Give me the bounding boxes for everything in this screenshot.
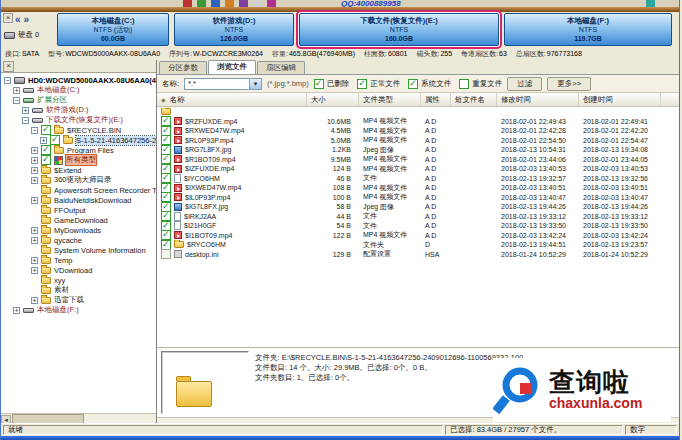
row-checkbox[interactable] bbox=[161, 154, 171, 164]
tree-item[interactable]: +BaiduNetdiskDownload bbox=[1, 195, 156, 205]
row-checkbox[interactable] bbox=[161, 249, 171, 259]
partition-block[interactable]: 软件游戏(D:)NTFS126.0GB bbox=[174, 13, 294, 46]
expand-toggle-icon[interactable]: + bbox=[31, 257, 38, 264]
file-row[interactable]: $IYCO6HM46 B文件A D2018-02-13 19:32:572018… bbox=[157, 174, 679, 184]
partition-block[interactable]: 下载文件(恢复文件)(E:)NTFS160.0GB bbox=[299, 13, 499, 46]
tree-item[interactable]: +S-1-5-21-4163647256-24 bbox=[1, 135, 156, 145]
row-checkbox[interactable] bbox=[161, 211, 171, 221]
expand-toggle-icon[interactable]: + bbox=[31, 177, 38, 184]
expand-toggle-icon[interactable]: + bbox=[31, 147, 38, 154]
column-header[interactable]: 修改时间 bbox=[497, 93, 579, 106]
row-checkbox[interactable] bbox=[161, 221, 171, 231]
tree-item[interactable]: +本地磁盘(C:) bbox=[1, 85, 156, 95]
row-checkbox[interactable] bbox=[161, 173, 171, 183]
tab-inactive[interactable]: 扇区编辑 bbox=[257, 61, 305, 74]
toolbar-icon[interactable] bbox=[646, 0, 655, 7]
tree-close-icon[interactable]: × bbox=[3, 61, 14, 72]
tree-checkbox[interactable] bbox=[41, 155, 51, 165]
tree-item[interactable]: +迅雷下载 bbox=[1, 295, 156, 305]
row-checkbox[interactable] bbox=[161, 145, 171, 155]
row-checkbox[interactable] bbox=[161, 202, 171, 212]
row-checkbox[interactable] bbox=[161, 164, 171, 174]
partition-block[interactable]: 本地磁盘(C:)NTFS (活动)60.0GB bbox=[57, 13, 169, 46]
filter-button[interactable]: 过滤 bbox=[507, 77, 542, 91]
expand-toggle-icon[interactable]: + bbox=[31, 297, 38, 304]
disk-prev-next-icons[interactable]: «» bbox=[15, 14, 32, 25]
expand-toggle-icon[interactable]: + bbox=[13, 87, 20, 94]
tree-item[interactable]: GameDownload bbox=[1, 215, 156, 225]
tree-item[interactable]: −HD0:WDCWD5000AAKX-08U6AA0(466GB) bbox=[1, 75, 156, 85]
tree-item[interactable]: Apowersoft Screen Recorder T bbox=[1, 185, 156, 195]
column-header[interactable]: 短文件名 bbox=[451, 93, 497, 106]
tree-item[interactable]: +VDownload bbox=[1, 265, 156, 275]
tree-item[interactable]: +qycache bbox=[1, 235, 156, 245]
column-header[interactable]: ◆名称 bbox=[157, 93, 307, 106]
file-row[interactable]: $I21H0GF54 B文件A D2018-02-13 19:33:502018… bbox=[157, 221, 679, 231]
chevron-down-icon[interactable]: ▾ bbox=[249, 79, 261, 89]
tree-item[interactable]: xyy bbox=[1, 275, 156, 285]
checkbox-icon[interactable] bbox=[408, 79, 418, 89]
file-row[interactable]: $IXWED47W.mp4108 BMP4 视频文件A D2018-02-03 … bbox=[157, 183, 679, 193]
panel-close-icon[interactable]: × bbox=[3, 13, 13, 23]
expand-toggle-icon[interactable]: + bbox=[13, 307, 20, 314]
row-checkbox[interactable] bbox=[161, 116, 171, 126]
tree-item[interactable]: −扩展分区 bbox=[1, 95, 156, 105]
file-row[interactable]: $IRKJ2AA44 B文件A D2018-02-13 19:33:122018… bbox=[157, 212, 679, 222]
column-header[interactable]: 属性 bbox=[421, 93, 451, 106]
row-checkbox[interactable] bbox=[161, 240, 171, 250]
tree-item[interactable]: +软件游戏(D:) bbox=[1, 105, 156, 115]
filename-filter-combobox[interactable]: *.* ▾ bbox=[184, 78, 262, 90]
toolbar-icon[interactable] bbox=[183, 0, 192, 7]
tree-item[interactable]: +MyDownloads bbox=[1, 225, 156, 235]
tree-item[interactable]: +Program Files bbox=[1, 145, 156, 155]
tree-item[interactable]: +本地磁盘(F:) bbox=[1, 305, 156, 315]
filter-checkbox-checked[interactable]: 正常文件 bbox=[357, 79, 400, 89]
expand-toggle-icon[interactable]: + bbox=[22, 107, 29, 114]
file-row[interactable]: $RL0P93P.mp45.0MBMP4 视频文件A D2018-02-01 2… bbox=[157, 136, 679, 146]
file-row[interactable]: $IZFUXDE.mp4124 BMP4 视频文件A D2018-02-03 1… bbox=[157, 164, 679, 174]
toolbar-icon[interactable] bbox=[197, 0, 206, 7]
file-row[interactable] bbox=[157, 107, 679, 117]
tree-item[interactable]: FFOutput bbox=[1, 205, 156, 215]
expand-toggle-icon[interactable]: − bbox=[22, 117, 29, 124]
tree-item[interactable]: −下载文件(恢复文件)(E:) bbox=[1, 115, 156, 125]
tree-item[interactable]: +$Extend bbox=[1, 165, 156, 175]
column-header[interactable]: 文件类型 bbox=[359, 93, 421, 106]
tree-item[interactable]: −$RECYCLE.BIN bbox=[1, 125, 156, 135]
filter-checkbox-checked[interactable]: 已删除 bbox=[314, 79, 350, 89]
row-checkbox[interactable] bbox=[161, 230, 171, 240]
file-row[interactable]: $IG7L8FX.jpg58 BJpeg 图像A D2018-02-13 19:… bbox=[157, 202, 679, 212]
tree-item[interactable]: +所有类型 bbox=[1, 155, 156, 165]
row-checkbox[interactable] bbox=[161, 126, 171, 136]
file-row[interactable]: $IL0P93P.mp4100 BMP4 视频文件A D2018-02-03 1… bbox=[157, 193, 679, 203]
file-row[interactable]: $I1BOT09.mp4122 BMP4 视频文件A D2018-02-03 1… bbox=[157, 231, 679, 241]
file-row[interactable]: $R1BOT09.mp49.5MBMP4 视频文件A D2018-02-01 2… bbox=[157, 155, 679, 165]
row-checkbox[interactable] bbox=[161, 192, 171, 202]
tab-inactive[interactable]: 分区参数 bbox=[159, 61, 207, 74]
expand-toggle-icon[interactable]: − bbox=[31, 127, 38, 134]
expand-toggle-icon[interactable]: + bbox=[31, 167, 38, 174]
tree-checkbox[interactable] bbox=[41, 125, 51, 135]
file-row[interactable]: $RYCO6HM文件夹D2018-02-13 19:44:512018-02-1… bbox=[157, 240, 679, 250]
expand-toggle-icon[interactable]: + bbox=[31, 157, 38, 164]
expand-toggle-icon[interactable]: − bbox=[4, 77, 11, 84]
tree-item[interactable]: +Temp bbox=[1, 255, 156, 265]
toolbar-icon[interactable] bbox=[267, 0, 276, 7]
partition-block[interactable]: 本地磁盘(F:)NTFS119.7GB bbox=[504, 13, 672, 46]
filter-checkbox-checked[interactable]: 系统文件 bbox=[408, 79, 451, 89]
expand-toggle-icon[interactable]: + bbox=[31, 237, 38, 244]
column-header[interactable]: 创建时间 bbox=[579, 93, 661, 106]
checkbox-icon[interactable] bbox=[357, 79, 367, 89]
file-row[interactable]: $RXWED47W.mp44.5MBMP4 视频文件A D2018-02-01 … bbox=[157, 126, 679, 136]
tree-item[interactable]: System Volume Information bbox=[1, 245, 156, 255]
checkbox-icon[interactable] bbox=[314, 79, 324, 89]
file-row[interactable]: $RG7L8FX.jpg1.2KBJpeg 图像A D2018-02-13 10… bbox=[157, 145, 679, 155]
expand-toggle-icon[interactable]: + bbox=[31, 197, 38, 204]
toolbar-icon[interactable] bbox=[211, 0, 220, 7]
filter-checkbox-unchecked[interactable]: 重复文件 bbox=[459, 79, 502, 89]
row-checkbox[interactable] bbox=[161, 183, 171, 193]
toolbar-icon[interactable] bbox=[239, 0, 248, 7]
expand-toggle-icon[interactable]: + bbox=[31, 227, 38, 234]
row-checkbox[interactable] bbox=[161, 135, 171, 145]
expand-toggle-icon[interactable]: + bbox=[31, 267, 38, 274]
